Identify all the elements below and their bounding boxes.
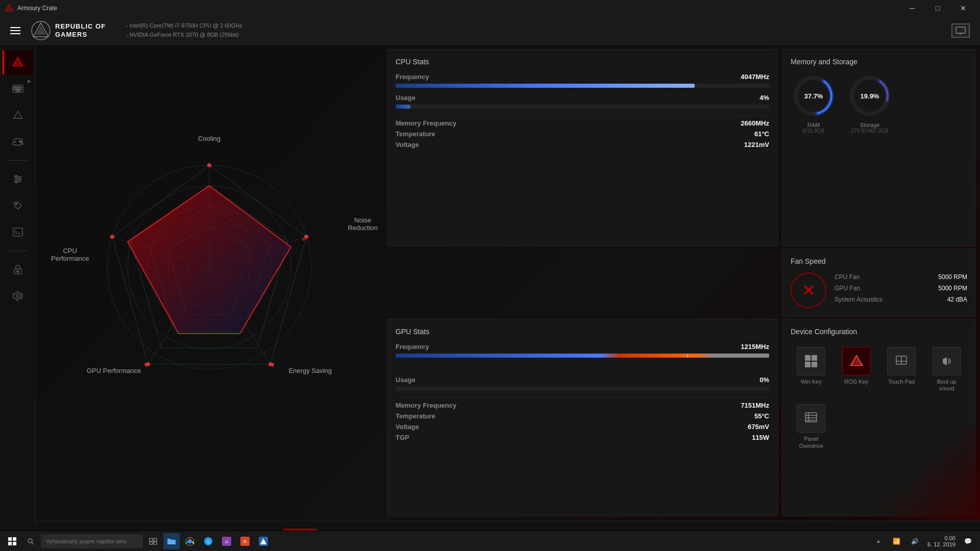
taskbar-steam[interactable]: S [200, 533, 216, 549]
taskbar-time: 0:00 6. 12. 2019 [927, 535, 955, 547]
taskbar-chrome[interactable] [182, 533, 198, 549]
panel-od-item[interactable]: PanelOverdrive [791, 400, 832, 453]
fan-stats: CPU Fan 5000 RPM GPU Fan 5000 RPM System… [835, 273, 967, 307]
radar-label-energy: Energy Saving [288, 367, 332, 374]
boot-sound-icon-box [933, 347, 961, 375]
ram-donut: 37.7% [791, 73, 837, 119]
taskbar-explorer[interactable] [163, 533, 180, 549]
memory-storage-panel: Memory and Storage [782, 49, 976, 246]
cpu-fan-value: 5000 RPM [938, 273, 967, 281]
hamburger-menu[interactable] [10, 27, 20, 34]
sidebar-item-gamepad[interactable] [3, 130, 33, 154]
taskbar-app2[interactable]: R [237, 533, 253, 549]
svg-rect-86 [13, 537, 16, 541]
svg-point-37 [16, 294, 19, 297]
svg-rect-94 [154, 542, 157, 544]
radar-label-gpu: GPU Performance [87, 367, 141, 374]
rog-text: REPUBLIC OFGAMERS [55, 22, 106, 38]
taskbar-search[interactable] [41, 534, 143, 548]
boot-sound-item[interactable]: Boot upsound [926, 343, 968, 396]
device-panel-title: Device Configuration [791, 328, 967, 336]
sidebar-item-triangle[interactable] [3, 103, 33, 128]
middle-row: Fan Speed ✕ CPU Fan 5000 RPM [387, 248, 976, 317]
storage-label: Storage [851, 122, 889, 128]
monitor-icon[interactable] [951, 23, 970, 38]
gpu-voltage-value: 675mV [748, 423, 769, 431]
device-config-panel: Device Configuration [782, 319, 976, 516]
svg-marker-57 [128, 186, 291, 334]
sidebar-item-settings[interactable] [3, 284, 33, 308]
win-key-item[interactable]: Win Key [791, 343, 832, 396]
ram-label: RAM [803, 122, 824, 128]
cpu-model: - Intel(R) Core(TM) i7-9750H CPU @ 2.60G… [126, 21, 242, 31]
svg-rect-92 [154, 538, 157, 541]
cpu-info: - Intel(R) Core(TM) i7-9750H CPU @ 2.60G… [126, 21, 242, 39]
svg-rect-70 [805, 355, 811, 361]
start-button[interactable] [4, 533, 20, 549]
cpu-voltage-value: 1221mV [744, 141, 769, 148]
ram-container: 37.7% RAM 6/15.9GB [791, 73, 837, 134]
search-icon-taskbar[interactable] [22, 533, 39, 549]
minimize-button[interactable]: ─ [900, 0, 924, 16]
cpu-usage-bar-fill [396, 105, 410, 109]
svg-point-89 [28, 539, 32, 543]
cpu-mem-freq-value: 2660MHz [741, 119, 769, 127]
ram-pct: 37.7% [804, 92, 823, 100]
tray-network[interactable]: 📶 [889, 533, 905, 549]
gpu-fan-label: GPU Fan [835, 285, 860, 292]
gpu-temp-label: Temperature [396, 412, 435, 420]
fan-spacer [387, 248, 778, 317]
fan-x-icon: ✕ [802, 281, 816, 300]
titlebar-controls: ─ □ ✕ [900, 0, 975, 16]
taskbar-app3[interactable] [255, 533, 272, 549]
close-button[interactable]: ✕ [951, 0, 975, 16]
title-bar: Armoury Crate ─ □ ✕ [0, 0, 980, 16]
gpu-voltage-label: Voltage [396, 423, 419, 431]
gpu-temp-row: Temperature 55°C [396, 412, 769, 420]
touch-pad-item[interactable]: Touch Pad [881, 343, 922, 396]
svg-line-33 [15, 232, 17, 234]
memory-panel-title: Memory and Storage [791, 58, 967, 66]
rog-logo-icon [31, 20, 51, 41]
taskbar-right: ▲ 📶 🔊 0:00 6. 12. 2019 💬 [870, 533, 976, 549]
notification-icon[interactable]: 💬 [960, 533, 976, 549]
svg-rect-16 [16, 89, 19, 90]
maximize-button[interactable]: □ [926, 0, 949, 16]
gpu-stats-panel: GPU Stats Frequency 1215MHz Base Clock R… [387, 319, 778, 516]
fan-speed-panel: Fan Speed ✕ CPU Fan 5000 RPM [782, 248, 976, 317]
svg-rect-17 [20, 89, 21, 90]
storage-value: 279.9/1407.3GB [851, 128, 889, 134]
sidebar-item-terminal[interactable] [3, 220, 33, 244]
sidebar-item-sliders[interactable] [3, 167, 33, 191]
cpu-freq-label: Frequency [396, 73, 429, 81]
tray-volume[interactable]: 🔊 [907, 533, 923, 549]
gpu-fan-row: GPU Fan 5000 RPM [835, 285, 967, 292]
tray-chevron[interactable]: ▲ [870, 533, 887, 549]
cpu-usage-value: 4% [760, 94, 769, 102]
date-display: 6. 12. 2019 [927, 541, 955, 547]
sidebar-item-tag[interactable] [3, 193, 33, 218]
cpu-freq-value: 4047MHz [741, 73, 769, 81]
gpu-usage-row: Usage 0% [396, 376, 769, 384]
rog-key-icon-box [842, 347, 871, 375]
bottom-panels-row: GPU Stats Frequency 1215MHz Base Clock R… [387, 319, 976, 516]
rog-key-item[interactable]: ROG Key [836, 343, 877, 396]
svg-rect-73 [812, 362, 817, 367]
sidebar-item-lock[interactable] [3, 257, 33, 282]
taskbar-app1[interactable]: A [218, 533, 235, 549]
svg-rect-13 [18, 87, 19, 88]
cpu-temp-row: Temperature 61°C [396, 130, 769, 138]
sidebar-item-keyboard[interactable]: ▶ [3, 77, 33, 101]
sidebar-item-home[interactable] [3, 50, 33, 74]
cpu-mem-freq-label: Memory Frequency [396, 119, 456, 127]
radar-label-cooling: Cooling [198, 135, 220, 142]
cpu-usage-row: Usage 4% [396, 94, 769, 102]
win-key-label: Win Key [801, 379, 822, 385]
main-window: REPUBLIC OFGAMERS - Intel(R) Core(TM) i7… [0, 16, 980, 551]
cpu-fan-label: CPU Fan [835, 273, 860, 281]
gpu-freq-value: 1215MHz [741, 343, 769, 350]
device-icons-row2: PanelOverdrive [791, 400, 967, 453]
device-icons-grid: Win Key [791, 343, 967, 396]
task-view-icon[interactable] [145, 533, 161, 549]
radar-label-noise: NoiseReduction [348, 216, 378, 232]
